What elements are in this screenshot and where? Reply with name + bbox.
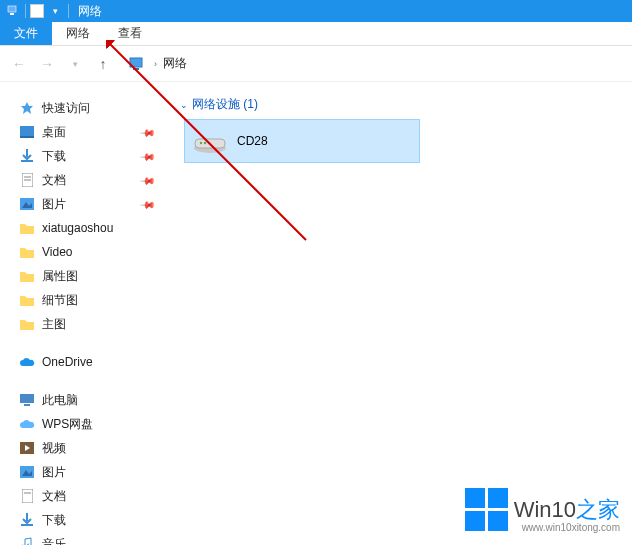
pin-icon: 📌: [140, 196, 156, 212]
group-header-label: 网络设施 (1): [192, 96, 258, 113]
sidebar-onedrive[interactable]: OneDrive: [8, 350, 166, 374]
star-icon: [18, 100, 36, 116]
windows-logo-icon: [465, 488, 508, 531]
sidebar-item-folder[interactable]: xiatugaoshou: [8, 216, 166, 240]
onedrive-group: OneDrive: [8, 350, 166, 374]
folder-icon: [18, 292, 36, 308]
chevron-down-icon: ⌄: [180, 100, 188, 110]
sidebar-item-label: 图片: [42, 196, 66, 213]
sidebar-item-label: OneDrive: [42, 355, 93, 369]
sidebar-item-folder[interactable]: 主图: [8, 312, 166, 336]
sidebar-item-folder[interactable]: Video: [8, 240, 166, 264]
network-app-icon: [4, 3, 20, 19]
svg-rect-1: [10, 13, 14, 15]
svg-point-23: [204, 142, 206, 144]
tab-network[interactable]: 网络: [52, 22, 104, 45]
pin-icon: 📌: [140, 172, 156, 188]
svg-rect-0: [8, 6, 16, 12]
sidebar-item-folder[interactable]: 属性图: [8, 264, 166, 288]
sidebar-item-label: 图片: [42, 464, 66, 481]
sidebar-item-wps[interactable]: WPS网盘: [8, 412, 166, 436]
forward-button[interactable]: →: [38, 56, 56, 72]
sidebar-item-label: 主图: [42, 316, 66, 333]
document-icon: [18, 172, 36, 188]
folder-icon: [18, 316, 36, 332]
cloud-icon: [18, 416, 36, 432]
router-icon: [191, 127, 229, 155]
breadcrumb-dropdown-icon[interactable]: ›: [154, 59, 157, 69]
pc-icon: [18, 392, 36, 408]
sidebar-item-documents2[interactable]: 文档: [8, 484, 166, 508]
watermark-url: www.win10xitong.com: [522, 522, 620, 533]
sidebar-this-pc[interactable]: 此电脑: [8, 388, 166, 412]
window-title: 网络: [78, 3, 102, 20]
sidebar-item-label: xiatugaoshou: [42, 221, 113, 235]
network-location-icon: [128, 56, 148, 72]
back-button[interactable]: ←: [10, 56, 28, 72]
svg-rect-2: [130, 58, 142, 67]
document-icon: [18, 488, 36, 504]
tab-file[interactable]: 文件: [0, 22, 52, 45]
svg-rect-13: [24, 404, 30, 406]
watermark-brand: Win10之家: [514, 497, 620, 522]
svg-rect-12: [20, 394, 34, 403]
navbar: ← → ▾ ↑ › 网络: [0, 46, 632, 82]
pin-icon: 📌: [140, 124, 156, 140]
svg-rect-6: [20, 136, 34, 138]
folder-icon: [18, 268, 36, 284]
sidebar-item-music[interactable]: 音乐: [8, 532, 166, 545]
breadcrumb[interactable]: › 网络: [128, 55, 187, 72]
sidebar-item-documents[interactable]: 文档 📌: [8, 168, 166, 192]
sidebar-item-label: WPS网盘: [42, 416, 93, 433]
sidebar-item-desktop[interactable]: 桌面 📌: [8, 120, 166, 144]
sidebar-item-videos[interactable]: 视频: [8, 436, 166, 460]
video-icon: [18, 440, 36, 456]
titlebar-sep: [25, 4, 26, 18]
up-button[interactable]: ↑: [94, 56, 112, 72]
svg-marker-4: [21, 102, 33, 114]
folder-icon: [18, 244, 36, 260]
titlebar-sep2: [68, 4, 69, 18]
pin-icon: 📌: [140, 148, 156, 164]
svg-rect-18: [22, 489, 33, 503]
sidebar-item-label: 快速访问: [42, 100, 90, 117]
thispc-group: 此电脑 WPS网盘 视频 图片 文档 下载: [8, 388, 166, 545]
sidebar: 快速访问 桌面 📌 下载 📌 文档 📌 图片 📌: [0, 82, 170, 545]
main-content: ⌄ 网络设施 (1) CD28: [170, 82, 632, 545]
qat-blank-icon[interactable]: [29, 3, 45, 19]
svg-point-22: [200, 142, 202, 144]
history-dropdown[interactable]: ▾: [66, 59, 84, 69]
sidebar-item-label: 文档: [42, 488, 66, 505]
breadcrumb-location[interactable]: 网络: [163, 55, 187, 72]
sidebar-item-label: 音乐: [42, 536, 66, 546]
sidebar-item-label: 桌面: [42, 124, 66, 141]
sidebar-quick-access[interactable]: 快速访问: [8, 96, 166, 120]
tab-view[interactable]: 查看: [104, 22, 156, 45]
sidebar-item-folder[interactable]: 细节图: [8, 288, 166, 312]
network-device-tile[interactable]: CD28: [184, 119, 420, 163]
desktop-icon: [18, 124, 36, 140]
pictures-icon: [18, 196, 36, 212]
sidebar-item-downloads[interactable]: 下载 📌: [8, 144, 166, 168]
explorer-body: 快速访问 桌面 📌 下载 📌 文档 📌 图片 📌: [0, 82, 632, 545]
sidebar-item-pictures[interactable]: 图片 📌: [8, 192, 166, 216]
group-header-network-infra[interactable]: ⌄ 网络设施 (1): [178, 92, 624, 119]
watermark: Win10之家 www.win10xitong.com: [465, 488, 620, 531]
sidebar-item-downloads2[interactable]: 下载: [8, 508, 166, 532]
svg-rect-5: [20, 126, 34, 136]
cloud-icon: [18, 354, 36, 370]
quick-access-group: 快速访问 桌面 📌 下载 📌 文档 📌 图片 📌: [8, 96, 166, 336]
sidebar-item-label: 文档: [42, 172, 66, 189]
svg-point-24: [208, 142, 210, 144]
sidebar-item-pictures2[interactable]: 图片: [8, 460, 166, 484]
svg-rect-3: [133, 68, 139, 70]
qat-dropdown-icon[interactable]: ▾: [47, 3, 63, 19]
sidebar-item-label: 视频: [42, 440, 66, 457]
download-icon: [18, 512, 36, 528]
sidebar-item-label: 下载: [42, 148, 66, 165]
folder-icon: [18, 220, 36, 236]
download-icon: [18, 148, 36, 164]
device-label: CD28: [237, 134, 268, 148]
sidebar-item-label: Video: [42, 245, 72, 259]
sidebar-item-label: 属性图: [42, 268, 78, 285]
